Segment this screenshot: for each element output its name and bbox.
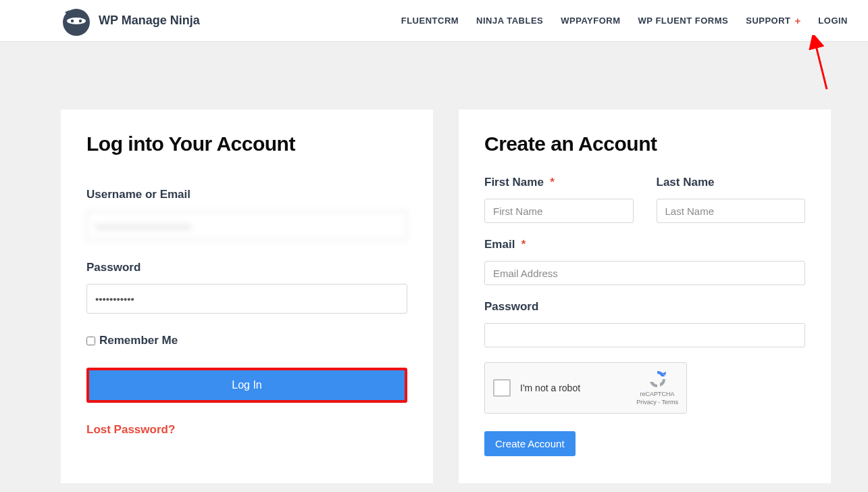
username-input[interactable]: xxxxxxxxxxxxxxxxxxx xyxy=(86,211,407,241)
plus-icon[interactable]: + xyxy=(795,15,801,26)
login-button-highlight: Log In xyxy=(86,368,407,403)
password-group: Password xyxy=(86,261,407,314)
last-name-label: Last Name xyxy=(657,176,806,189)
recaptcha-brand: reCAPTCHA Privacy - Terms xyxy=(636,369,678,406)
remember-me[interactable]: Remember Me xyxy=(86,334,407,347)
login-title: Log into Your Account xyxy=(86,132,407,155)
username-group: Username or Email xxxxxxxxxxxxxxxxxxx xyxy=(86,188,407,241)
login-card: Log into Your Account Username or Email … xyxy=(61,109,433,483)
username-label: Username or Email xyxy=(86,188,407,201)
first-name-input[interactable] xyxy=(484,199,634,223)
ninja-logo-icon xyxy=(61,5,92,36)
name-row: First Name * Last Name xyxy=(484,176,805,223)
recaptcha-widget[interactable]: I'm not a robot reCAPTCHA Privacy - Term… xyxy=(484,362,687,414)
main-nav: FLUENTCRM NINJA TABLES WPPAYFORM WP FLUE… xyxy=(401,15,848,26)
nav-login[interactable]: LOGIN xyxy=(818,16,848,26)
brand-name: WP Manage Ninja xyxy=(99,14,200,28)
site-header: WP Manage Ninja FLUENTCRM NINJA TABLES W… xyxy=(0,0,868,42)
recaptcha-checkbox[interactable] xyxy=(493,379,511,397)
nav-support[interactable]: SUPPORT xyxy=(746,16,790,26)
nav-ninja-tables[interactable]: NINJA TABLES xyxy=(476,16,543,26)
register-password-input[interactable] xyxy=(484,323,805,347)
nav-fluentcrm[interactable]: FLUENTCRM xyxy=(401,16,459,26)
last-name-input[interactable] xyxy=(657,199,806,223)
svg-point-1 xyxy=(67,18,86,24)
content-area: Log into Your Account Username or Email … xyxy=(0,42,868,483)
nav-wppayform[interactable]: WPPAYFORM xyxy=(561,16,620,26)
login-button[interactable]: Log In xyxy=(89,370,405,400)
register-title: Create an Account xyxy=(484,132,805,155)
remember-checkbox[interactable] xyxy=(86,337,95,345)
register-password-group: Password xyxy=(484,300,805,347)
email-label: Email * xyxy=(484,238,805,251)
recaptcha-label: I'm not a robot xyxy=(520,383,627,393)
svg-point-3 xyxy=(79,19,82,22)
nav-wp-fluent-forms[interactable]: WP FLUENT FORMS xyxy=(638,16,729,26)
lost-password-link[interactable]: Lost Password? xyxy=(86,423,175,436)
register-card: Create an Account First Name * Last Name… xyxy=(459,109,831,483)
email-group: Email * xyxy=(484,238,805,285)
create-account-button[interactable]: Create Account xyxy=(484,431,576,456)
register-password-label: Password xyxy=(484,300,805,314)
password-label: Password xyxy=(86,261,407,274)
first-name-label: First Name * xyxy=(484,176,634,189)
email-input[interactable] xyxy=(484,261,805,285)
recaptcha-icon xyxy=(647,369,667,389)
remember-label: Remember Me xyxy=(99,334,178,347)
brand[interactable]: WP Manage Ninja xyxy=(61,5,200,36)
password-input[interactable] xyxy=(86,284,407,314)
svg-point-2 xyxy=(71,19,74,22)
